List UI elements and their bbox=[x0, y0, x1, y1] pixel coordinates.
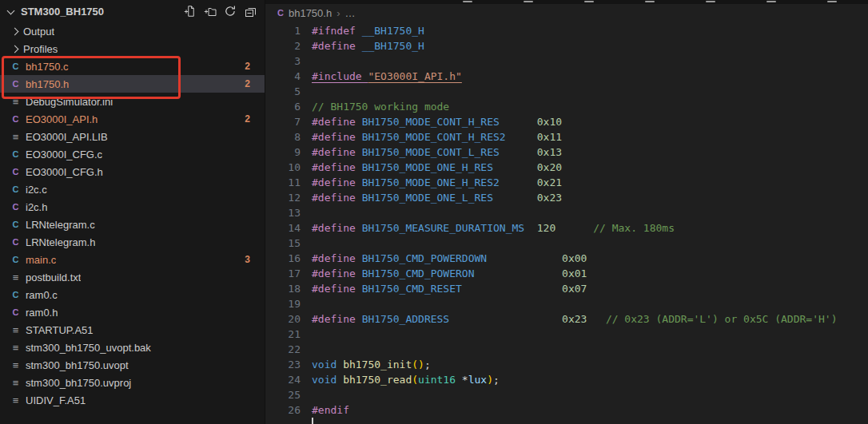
code-line[interactable]: 25 bbox=[265, 387, 868, 402]
code-line[interactable]: 7#define BH1750_MODE_CONT_H_RES 0x10 bbox=[265, 114, 868, 129]
code-line[interactable]: 3 bbox=[265, 53, 868, 69]
code-token: BH1750_MODE_CONT_H_RES2 bbox=[362, 131, 506, 143]
tab-strip-mark bbox=[706, 1, 715, 2]
line-number: 26 bbox=[265, 402, 312, 418]
code-line[interactable]: 19 bbox=[265, 296, 868, 311]
line-content: #define BH1750_MODE_ONE_H_RES2 0x21 bbox=[312, 175, 562, 190]
c-header-file-icon: C bbox=[10, 168, 21, 176]
code-line[interactable]: 14#define BH1750_MEASURE_DURATION_MS 120… bbox=[265, 220, 868, 236]
code-line[interactable]: 18#define BH1750_CMD_RESET 0x07 bbox=[265, 281, 868, 296]
code-line[interactable]: 23void bh1750_init(); bbox=[265, 357, 868, 372]
file-item-stm300-bh1750-uvopt-bak[interactable]: ≡stm300_bh1750_uvopt.bak bbox=[0, 339, 265, 356]
file-item-main-c[interactable]: Cmain.c3 bbox=[0, 251, 265, 268]
c-source-file-icon: C bbox=[10, 256, 21, 264]
folder-item-profiles[interactable]: Profiles bbox=[0, 40, 265, 57]
file-item-startup-a51[interactable]: ≡STARTUP.A51 bbox=[0, 321, 265, 339]
tab-strip-mark bbox=[827, 1, 837, 2]
code-token bbox=[500, 116, 537, 128]
explorer-section-header[interactable]: STM300_BH1750 bbox=[0, 0, 265, 22]
code-line[interactable]: 10#define BH1750_MODE_ONE_H_RES 0x20 bbox=[265, 160, 868, 175]
line-number: 18 bbox=[265, 281, 312, 296]
problems-badge: 3 bbox=[245, 251, 250, 268]
code-line[interactable]: 21 bbox=[265, 327, 868, 342]
code-token: #define bbox=[312, 131, 362, 143]
code-line[interactable]: 26#endif bbox=[265, 402, 868, 418]
code-lines[interactable]: 1#ifndef __BH1750_H2#define __BH1750_H34… bbox=[265, 22, 868, 418]
problems-badge: 2 bbox=[245, 57, 250, 75]
file-item-postbuild-txt[interactable]: ≡postbuild.txt bbox=[0, 268, 265, 286]
code-token bbox=[506, 131, 537, 143]
code-token: bh1750_init bbox=[343, 359, 412, 371]
uvision-project-file-icon: ≡ bbox=[10, 378, 21, 388]
code-line[interactable]: 2#define __BH1750_H bbox=[265, 38, 868, 53]
file-item-stm300-bh1750-uvopt[interactable]: ≡stm300_bh1750.uvopt bbox=[0, 356, 265, 374]
code-line[interactable]: 6// BH1750 working mode bbox=[265, 99, 868, 114]
new-file-button[interactable] bbox=[184, 5, 197, 18]
code-token: #define bbox=[312, 40, 362, 52]
line-number: 5 bbox=[265, 84, 312, 99]
breadcrumb-file[interactable]: bh1750.h bbox=[289, 7, 332, 19]
line-number: 20 bbox=[265, 311, 312, 327]
line-content: #define __BH1750_H bbox=[312, 38, 424, 53]
file-item-eo3000i-api-lib[interactable]: ≡EO3000I_API.LIB bbox=[0, 128, 265, 145]
file-item-uidiv-f-a51[interactable]: ≡UIDIV_F.A51 bbox=[0, 391, 265, 409]
tab-strip-mark bbox=[584, 1, 594, 2]
code-token: // 0x23 (ADDR='L') or 0x5C (ADDR='H') bbox=[606, 313, 838, 325]
line-content: #define BH1750_CMD_RESET 0x07 bbox=[312, 281, 587, 296]
new-folder-button[interactable] bbox=[204, 5, 217, 18]
code-line[interactable]: 8#define BH1750_MODE_CONT_H_RES2 0x11 bbox=[265, 129, 868, 145]
line-number: 19 bbox=[265, 296, 312, 311]
line-number: 7 bbox=[265, 114, 312, 129]
file-item-debugsimulator-ini[interactable]: ≡DebugSimulator.ini bbox=[0, 93, 265, 110]
tab-strip-mark bbox=[524, 1, 533, 2]
code-line[interactable]: 22 bbox=[265, 342, 868, 357]
code-token: () bbox=[412, 359, 424, 371]
file-item-stm300-bh1750-uvproj[interactable]: ≡stm300_bh1750.uvproj bbox=[0, 374, 265, 391]
line-number: 17 bbox=[265, 266, 312, 281]
file-item-bh1750-c[interactable]: Cbh1750.c2 bbox=[0, 57, 265, 75]
file-label: bh1750.h bbox=[26, 78, 69, 90]
collapse-all-button[interactable] bbox=[244, 5, 257, 18]
code-line[interactable]: 16#define BH1750_CMD_POWERDOWN 0x00 bbox=[265, 251, 868, 266]
line-content: #include "EO3000I_API.h" bbox=[312, 69, 462, 84]
file-item-eo3000i-cfg-h[interactable]: CEO3000I_CFG.h bbox=[0, 163, 265, 180]
code-line[interactable]: 12#define BH1750_MODE_ONE_L_RES 0x23 bbox=[265, 190, 868, 205]
new-file-icon bbox=[184, 5, 197, 18]
file-item-lrntelegram-c[interactable]: CLRNtelegram.c bbox=[0, 216, 265, 233]
file-item-eo3000i-cfg-c[interactable]: CEO3000I_CFG.c bbox=[0, 145, 265, 163]
code-line[interactable]: 20#define BH1750_ADDRESS 0x23 // 0x23 (A… bbox=[265, 311, 868, 327]
code-line[interactable]: 17#define BH1750_CMD_POWERON 0x01 bbox=[265, 266, 868, 281]
code-line[interactable]: 13 bbox=[265, 205, 868, 220]
code-token: 0x23 bbox=[562, 313, 587, 325]
file-item-ram0-h[interactable]: Cram0.h bbox=[0, 303, 265, 321]
code-token: void bbox=[312, 374, 343, 386]
tab-strip-mark bbox=[645, 1, 655, 2]
c-header-file-icon: C bbox=[10, 115, 21, 124]
text-cursor bbox=[312, 418, 313, 424]
folder-label: Profiles bbox=[23, 43, 58, 55]
file-label: bh1750.c bbox=[26, 61, 69, 73]
refresh-button[interactable] bbox=[224, 5, 237, 18]
code-token: BH1750_MODE_CONT_H_RES bbox=[362, 116, 500, 128]
code-line[interactable]: 9#define BH1750_MODE_CONT_L_RES 0x13 bbox=[265, 145, 868, 160]
code-line[interactable]: 4#include "EO3000I_API.h" bbox=[265, 69, 868, 84]
code-line[interactable]: 5 bbox=[265, 84, 868, 99]
line-content: // BH1750 working mode bbox=[312, 99, 449, 114]
code-line[interactable]: 15 bbox=[265, 236, 868, 251]
file-item-i2c-h[interactable]: Ci2c.h bbox=[0, 198, 265, 216]
code-token: BH1750_MODE_CONT_L_RES bbox=[362, 146, 500, 158]
code-line[interactable]: 11#define BH1750_MODE_ONE_H_RES2 0x21 bbox=[265, 175, 868, 190]
collapse-all-icon bbox=[244, 5, 257, 18]
chevron-right-icon bbox=[11, 27, 19, 35]
file-item-eo3000i-api-h[interactable]: CEO3000I_API.h2 bbox=[0, 110, 265, 128]
file-item-bh1750-h[interactable]: Cbh1750.h2 bbox=[0, 75, 265, 93]
file-item-ram0-c[interactable]: Cram0.c bbox=[0, 286, 265, 303]
folder-item-output[interactable]: Output bbox=[0, 22, 265, 40]
code-token: BH1750_MODE_ONE_L_RES bbox=[362, 192, 493, 204]
code-line[interactable]: 24void bh1750_read(uint16 *lux); bbox=[265, 372, 868, 387]
file-item-i2c-c[interactable]: Ci2c.c bbox=[0, 180, 265, 198]
breadcrumb-more[interactable]: … bbox=[345, 7, 356, 19]
file-item-lrntelegram-h[interactable]: CLRNtelegram.h bbox=[0, 233, 265, 251]
code-line[interactable]: 1#ifndef __BH1750_H bbox=[265, 23, 868, 38]
file-label: stm300_bh1750.uvopt bbox=[26, 359, 129, 371]
